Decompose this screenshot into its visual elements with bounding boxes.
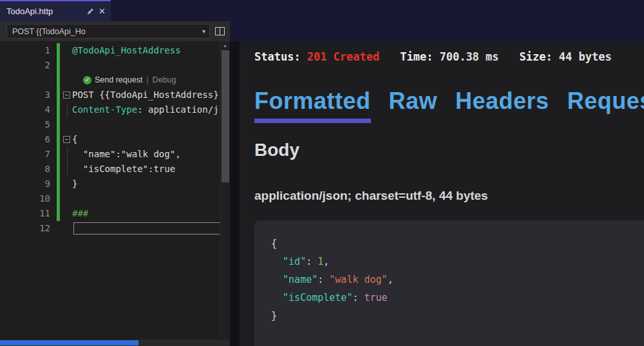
response-tab-request[interactable]: Request xyxy=(567,88,644,123)
fold-column xyxy=(61,221,72,236)
code-text: "isComplete":true xyxy=(72,162,175,177)
change-tracking-bar xyxy=(57,162,60,177)
editor-line[interactable]: 11### xyxy=(0,206,230,221)
vertical-scrollbar-thumb[interactable] xyxy=(222,50,229,182)
fold-column xyxy=(61,191,72,206)
pin-icon[interactable] xyxy=(87,8,94,15)
horizontal-scrollbar-thumb[interactable] xyxy=(0,340,138,345)
code-lens-row[interactable]: ✓Send request|Debug xyxy=(0,73,230,88)
fold-column: − xyxy=(61,132,72,147)
change-tracking-bar xyxy=(57,58,60,73)
change-tracking-bar xyxy=(57,177,60,191)
check-circle-icon: ✓ xyxy=(83,76,91,84)
send-request-link[interactable]: Send request xyxy=(95,73,142,88)
line-number: 6 xyxy=(0,132,50,147)
line-number xyxy=(0,73,50,88)
line-number: 2 xyxy=(0,58,50,73)
fold-collapse-icon[interactable]: − xyxy=(63,136,70,143)
editor-lines[interactable]: 1@TodoApi_HostAddress2✓Send request|Debu… xyxy=(0,41,230,340)
editor-header: TodoApi.http ✕ POST {{TodoApi_Ho ▾ xyxy=(0,0,230,41)
code-text: @TodoApi_HostAddress xyxy=(72,43,181,58)
response-tabs: FormattedRawHeadersRequest xyxy=(254,88,644,123)
fold-column xyxy=(61,177,72,191)
change-tracking-bar xyxy=(57,102,60,117)
line-number: 10 xyxy=(0,191,50,206)
split-view-icon[interactable] xyxy=(215,27,225,35)
window-title-strip xyxy=(230,0,644,41)
editor-line[interactable]: 5 xyxy=(0,117,230,132)
change-tracking-bar xyxy=(57,132,60,147)
request-selector-dropdown[interactable]: POST {{TodoApi_Ho ▾ xyxy=(6,24,210,39)
response-tab-headers[interactable]: Headers xyxy=(455,88,549,123)
vs-window: TodoApi.http ✕ POST {{TodoApi_Ho ▾ xyxy=(0,0,644,346)
lens-separator: | xyxy=(146,73,148,88)
change-tracking-bar xyxy=(57,147,60,162)
size-value: 44 bytes xyxy=(559,50,612,63)
response-status-row: Status: 201 Created Time: 700.38 ms Size… xyxy=(254,50,644,63)
fold-column xyxy=(61,162,72,177)
request-selector-value: POST {{TodoApi_Ho xyxy=(12,27,198,36)
fold-column xyxy=(61,43,72,58)
editor-line[interactable]: 1@TodoApi_HostAddress xyxy=(0,43,230,58)
editor-line[interactable]: 6−{ xyxy=(0,132,230,147)
line-number: 9 xyxy=(0,177,50,191)
line-number: 8 xyxy=(0,162,50,177)
time-value: 700.38 ms xyxy=(439,50,498,63)
code-text: ### xyxy=(72,206,88,221)
http-editor-pane[interactable]: 1@TodoApi_HostAddress2✓Send request|Debu… xyxy=(0,41,230,346)
fold-column xyxy=(61,102,72,117)
fold-column: − xyxy=(61,88,72,102)
body-heading: Body xyxy=(254,140,644,160)
response-tab-formatted[interactable]: Formatted xyxy=(254,88,371,123)
code-text: Content-Type: application/json xyxy=(72,102,230,117)
editor-line[interactable]: 7 "name":"walk dog", xyxy=(0,147,230,162)
response-panel: Status: 201 Created Time: 700.38 ms Size… xyxy=(240,41,644,346)
scrollbar-up-arrow-icon[interactable]: ▲ xyxy=(220,41,230,50)
top-bar: TodoApi.http ✕ POST {{TodoApi_Ho ▾ xyxy=(0,0,644,41)
fold-column xyxy=(61,117,72,132)
json-line: } xyxy=(271,307,640,325)
editor-line[interactable]: 4Content-Type: application/json xyxy=(0,102,230,117)
editor-line[interactable]: 8 "isComplete":true xyxy=(0,162,230,177)
line-number: 11 xyxy=(0,206,50,221)
json-line: { xyxy=(271,235,640,253)
code-text: { xyxy=(72,132,77,147)
status-label: Status: xyxy=(254,50,301,63)
editor-line[interactable]: 12 xyxy=(0,221,230,236)
http-editor-toolbar: POST {{TodoApi_Ho ▾ xyxy=(0,21,230,41)
change-tracking-bar xyxy=(57,88,60,102)
change-tracking-bar xyxy=(57,43,60,58)
response-tab-raw[interactable]: Raw xyxy=(389,88,438,123)
editor-line[interactable]: 10 xyxy=(0,191,230,206)
code-text: "name":"walk dog", xyxy=(72,147,181,162)
close-icon[interactable]: ✕ xyxy=(99,7,106,15)
fold-column xyxy=(61,73,72,88)
line-number: 1 xyxy=(0,43,50,58)
json-line: "name": "walk dog", xyxy=(271,271,640,289)
tab-todoapi-http[interactable]: TodoApi.http ✕ xyxy=(0,0,111,21)
status-value: 201 Created xyxy=(307,50,380,63)
document-tab-strip: TodoApi.http ✕ xyxy=(0,0,230,21)
fold-column xyxy=(61,206,72,221)
json-line: "id": 1, xyxy=(271,253,640,271)
vertical-scrollbar[interactable]: ▲ xyxy=(220,41,230,340)
debug-link[interactable]: Debug xyxy=(153,73,176,88)
change-tracking-bar xyxy=(57,191,60,206)
fold-column xyxy=(61,58,72,73)
line-number: 3 xyxy=(0,88,50,102)
editor-line[interactable]: 9} xyxy=(0,177,230,191)
code-text: } xyxy=(72,177,77,191)
editor-line[interactable]: 2 xyxy=(0,58,230,73)
content-type-line: application/json; charset=utf-8, 44 byte… xyxy=(254,189,644,203)
empty-selection-box[interactable] xyxy=(73,222,225,235)
change-tracking-bar xyxy=(57,73,60,88)
editor-line[interactable]: 3−POST {{TodoApi_HostAddress}} xyxy=(0,88,230,102)
pane-splitter[interactable] xyxy=(230,41,240,346)
change-tracking-bar xyxy=(57,221,60,236)
horizontal-scrollbar[interactable] xyxy=(0,340,230,346)
code-text: POST {{TodoApi_HostAddress}} xyxy=(72,88,224,102)
line-number: 5 xyxy=(0,117,50,132)
fold-collapse-icon[interactable]: − xyxy=(63,91,70,99)
tab-title: TodoApi.http xyxy=(6,6,53,16)
line-number: 12 xyxy=(0,221,50,236)
